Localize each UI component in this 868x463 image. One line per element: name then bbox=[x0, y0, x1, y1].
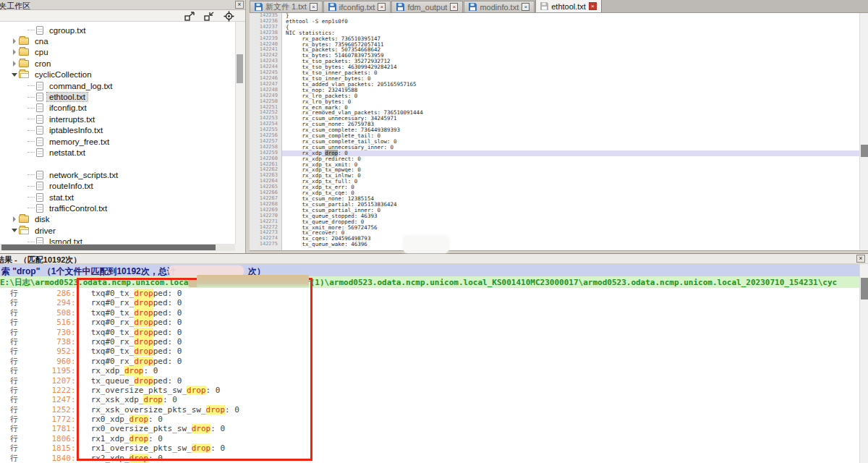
results-vertical-scrollbar-thumb[interactable] bbox=[861, 278, 868, 300]
floppy-icon bbox=[328, 3, 336, 11]
tree-item-disk[interactable]: disk bbox=[0, 214, 235, 225]
search-result-row[interactable]: 行1815:rx1_oversize_pkts_sw_drop: 0 bbox=[0, 443, 859, 452]
search-results-panel: 结果 - （匹配10192次） × 索 "drop" （1个文件中匹配到1019… bbox=[0, 253, 868, 463]
search-result-row[interactable]: 行508:txq#0_tx_dropped: 0 bbox=[0, 307, 859, 317]
tree-item-ethtool-txt[interactable]: ethtool.txt bbox=[0, 91, 235, 102]
search-result-row[interactable]: 行516:rxq#0_rx_dropped: 0 bbox=[0, 317, 859, 326]
search-result-row[interactable]: 行1781:rx0_oversize_pkts_sw_drop: 0 bbox=[0, 423, 859, 433]
close-icon[interactable]: × bbox=[450, 3, 458, 11]
result-row-colon: : bbox=[71, 357, 76, 366]
tree-vertical-scrollbar-thumb[interactable] bbox=[237, 54, 243, 83]
file-icon bbox=[36, 26, 43, 35]
search-result-row[interactable]: 行294:rxq#0_rx_dropped: 0 bbox=[0, 297, 859, 307]
code-line: tx_queue_wake: 46396 bbox=[286, 242, 868, 247]
search-result-row[interactable]: 行286:txq#0_tx_dropped: 0 bbox=[0, 288, 859, 297]
chevron-down-icon[interactable] bbox=[10, 73, 19, 77]
chevron-right-icon[interactable] bbox=[10, 61, 19, 67]
chevron-right-icon[interactable] bbox=[10, 38, 19, 44]
tab-1-txt[interactable]: 新文件 1.txt× bbox=[250, 1, 323, 12]
code-line: rx_lro_packets: 0 bbox=[286, 93, 868, 99]
close-icon[interactable]: × bbox=[589, 2, 597, 10]
editor-text-area[interactable]: }ethtool -S enp1s0f0{NIC statistics: rx_… bbox=[282, 13, 868, 250]
tree-connector bbox=[27, 141, 35, 142]
search-result-row[interactable]: 行738:rxq#0_rx_dropped: 0 bbox=[0, 336, 859, 346]
tree-item-cycliccollection[interactable]: cyclicCollection bbox=[0, 69, 235, 80]
tree-item-cna[interactable]: cna bbox=[0, 35, 235, 46]
chevron-right-icon[interactable] bbox=[10, 49, 19, 55]
code-line: rx_xdp_drop: 0 bbox=[282, 150, 868, 156]
chevron-right-icon[interactable] bbox=[10, 216, 19, 222]
tree-horizontal-scrollbar[interactable] bbox=[0, 244, 235, 251]
tree-item-cpu[interactable]: cpu bbox=[0, 47, 235, 58]
search-result-row[interactable]: 行730:txq#0_tx_dropped: 0 bbox=[0, 327, 859, 336]
tree-item-memory-free-txt[interactable]: memory_free.txt bbox=[0, 136, 235, 147]
code-line: rx_xdp_tx_mpwqe: 0 bbox=[286, 167, 868, 173]
match-highlight: drop bbox=[187, 386, 206, 395]
result-row-colon: : bbox=[71, 386, 76, 395]
tree-item-label: cpu bbox=[33, 48, 51, 56]
close-icon[interactable]: × bbox=[522, 3, 529, 11]
editor-body[interactable]: 1422351422361422371422381422391422401422… bbox=[250, 13, 868, 251]
locate-current-file-icon[interactable] bbox=[223, 11, 235, 21]
tree-connector bbox=[27, 174, 35, 175]
file-icon bbox=[36, 204, 43, 213]
tab-fdm-output[interactable]: fdm_output× bbox=[391, 1, 463, 12]
tree-item-ifconfig-txt[interactable]: ifconfig.txt bbox=[0, 103, 235, 114]
result-file-path-prefix: E:\日志\armod0523.odata.ncmp.unicom.loca bbox=[0, 278, 188, 287]
tree-item-routeinfo-txt[interactable]: routeInfo.txt bbox=[0, 180, 235, 191]
search-result-row[interactable]: 行1247:rx_xsk_xdp_drop: 0 bbox=[0, 394, 859, 404]
search-result-row[interactable]: 行960:rxq#0_rx_dropped: 0 bbox=[0, 356, 859, 365]
floppy-icon bbox=[255, 3, 263, 11]
search-result-row[interactable]: 行1207:tx_queue_dropped: 0 bbox=[0, 375, 859, 385]
tab-modinfo-txt[interactable]: modinfo.txt× bbox=[464, 1, 535, 12]
chevron-down-icon[interactable] bbox=[10, 229, 19, 232]
tree-item-cgroup-txt[interactable]: cgroup.txt bbox=[0, 25, 235, 35]
tab-ethtool-txt[interactable]: ethtool.txt× bbox=[535, 0, 602, 12]
tree-item-iptablesinfo-txt[interactable]: iptablesInfo.txt bbox=[0, 125, 235, 136]
tree-vertical-scrollbar[interactable] bbox=[235, 22, 243, 244]
search-result-row[interactable]: 行1195:rx_xdp_drop: 0 bbox=[0, 365, 859, 375]
tree-item-driver[interactable]: driver bbox=[0, 225, 235, 236]
editor-vertical-scrollbar-thumb[interactable] bbox=[861, 145, 868, 157]
editor-vertical-scrollbar[interactable] bbox=[859, 13, 868, 251]
collapse-all-icon[interactable] bbox=[203, 11, 216, 21]
close-icon[interactable]: × bbox=[235, 1, 244, 9]
tree-item-label: trafficControl.txt bbox=[47, 204, 109, 213]
search-result-row[interactable]: 行952:txq#0_tx_dropped: 0 bbox=[0, 346, 859, 355]
result-row-text: rx_oversize_pkts_sw_drop: 0 bbox=[91, 386, 221, 395]
expand-all-icon[interactable] bbox=[184, 11, 196, 21]
search-result-row[interactable]: 行1222:rx_oversize_pkts_sw_drop: 0 bbox=[0, 385, 859, 394]
file-tree[interactable]: cgroup.txtcnacpucroncyclicCollectioncomm… bbox=[0, 22, 235, 244]
tree-item-label: network_scripts.txt bbox=[47, 171, 120, 179]
tree-item-network-scripts-txt[interactable]: network_scripts.txt bbox=[0, 169, 235, 180]
tab-label: ifconfig.txt bbox=[339, 3, 375, 12]
tree-item-label: cna bbox=[33, 37, 51, 46]
tree-item-command-log-txt[interactable]: command_log.txt bbox=[0, 80, 235, 91]
code-line: { bbox=[286, 25, 868, 30]
folder-icon bbox=[19, 38, 29, 45]
tree-item-netstat-txt[interactable]: netstat.txt bbox=[0, 147, 235, 158]
close-icon[interactable]: × bbox=[856, 255, 865, 263]
result-row-text: rx1_oversize_pkts_sw_drop: 0 bbox=[91, 443, 225, 453]
tree-item-cron[interactable]: cron bbox=[0, 58, 235, 69]
tab-ifconfig-txt[interactable]: ifconfig.txt× bbox=[323, 1, 391, 12]
search-result-row[interactable]: 行1772:rx0_xdp_drop: 0 bbox=[0, 414, 859, 423]
tree-item-trafficcontrol-txt[interactable]: trafficControl.txt bbox=[0, 203, 235, 213]
results-vertical-scrollbar[interactable] bbox=[859, 264, 868, 463]
code-line: } bbox=[286, 13, 868, 19]
tree-item-lsmod-txt[interactable]: lsmod.txt bbox=[0, 236, 235, 244]
close-icon[interactable]: × bbox=[310, 3, 318, 11]
close-icon[interactable]: × bbox=[378, 3, 386, 11]
file-icon bbox=[36, 237, 43, 244]
tree-horizontal-scrollbar-thumb[interactable] bbox=[1, 245, 216, 250]
search-summary-line[interactable]: 索 "drop" （1个文件中匹配到10192次，总计次） bbox=[0, 264, 859, 276]
search-result-row[interactable]: 行1252:rx_xsk_oversize_pkts_sw_drop: 0 bbox=[0, 404, 859, 414]
result-file-path-line[interactable]: E:\日志\armod0523.odata.ncmp.unicom.locaar… bbox=[0, 276, 859, 288]
code-line: rx_xdp_redirect: 0 bbox=[286, 156, 868, 162]
tree-connector bbox=[27, 30, 35, 30]
tree-item-interrupts-txt[interactable]: interrupts.txt bbox=[0, 114, 235, 124]
match-highlight: drop bbox=[143, 395, 163, 404]
search-result-row[interactable]: 行1806:rx1_xdp_drop: 0 bbox=[0, 433, 859, 443]
search-result-row[interactable]: 行1840:rx2_xdp_drop: 0 bbox=[0, 453, 859, 462]
tree-item-stat-txt[interactable]: stat.txt bbox=[0, 192, 235, 203]
